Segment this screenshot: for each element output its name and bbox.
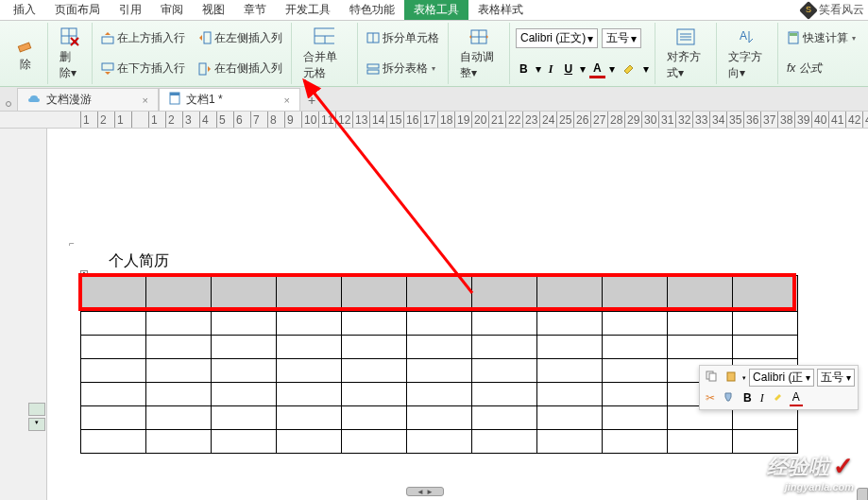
svg-text:A: A — [740, 29, 747, 43]
resume-table[interactable] — [80, 275, 798, 454]
insert-col-left-button[interactable]: 在左侧插入列 — [196, 28, 285, 48]
split-cell-icon — [366, 31, 380, 44]
split-table-button[interactable]: 拆分表格▾ — [364, 59, 442, 78]
merge-cells-button[interactable]: 合并单元格 — [298, 23, 351, 85]
table-row — [81, 312, 798, 336]
insert-right-icon — [198, 62, 212, 76]
menu-developer[interactable]: 开发工具 — [276, 0, 340, 20]
menu-features[interactable]: 特色功能 — [340, 0, 404, 20]
user-badge-icon — [799, 1, 818, 20]
quick-calc-label: 快速计算 — [803, 30, 848, 46]
svg-rect-7 — [204, 32, 211, 43]
text-direction-button[interactable]: A 文字方向▾ — [723, 23, 772, 85]
mini-font-select[interactable]: Calibri (正 ▾ — [749, 369, 814, 387]
insert-below-label: 在下方插入行 — [117, 60, 185, 77]
document-icon — [169, 92, 180, 108]
formula-button[interactable]: fx 公式 — [784, 59, 859, 78]
svg-rect-30 — [709, 373, 716, 381]
bold-button[interactable]: B — [516, 61, 532, 77]
doc-tab-document1[interactable]: 文档1 * × — [159, 88, 300, 111]
eraser-icon — [15, 34, 36, 55]
text-direction-icon: A — [737, 26, 757, 47]
mini-italic-button[interactable]: I — [757, 390, 767, 406]
insert-row-above-button[interactable]: 在上方插入行 — [98, 28, 188, 48]
horizontal-ruler[interactable]: 1211234567891011121314151617181920212223… — [0, 112, 868, 129]
menu-table-style[interactable]: 表格样式 — [468, 0, 533, 20]
table-row — [81, 359, 798, 383]
delete-button[interactable]: 删除▾ — [54, 23, 86, 85]
align-icon — [675, 26, 696, 47]
svg-rect-26 — [790, 33, 797, 36]
insert-row-below-button[interactable]: 在下方插入行 — [98, 59, 188, 78]
table-row — [81, 383, 798, 406]
ribbon-group-split: 拆分单元格 拆分表格▾ — [358, 23, 449, 84]
menu-references[interactable]: 引用 — [110, 0, 151, 20]
menu-page-layout[interactable]: 页面布局 — [45, 0, 110, 20]
tab-close-button[interactable]: × — [284, 95, 290, 106]
delete-label: 删除▾ — [60, 49, 80, 81]
mini-size-select[interactable]: 五号 ▾ — [817, 369, 855, 387]
bottom-resize-handle[interactable]: ◄ ► — [406, 487, 444, 496]
add-tab-button[interactable]: + — [300, 90, 323, 111]
ribbon-group-font: Calibri (正文)▾ 五号▾ B▾ I U▾ A▾ ▾ — [510, 23, 655, 84]
underline-button[interactable]: U — [560, 61, 576, 77]
ribbon: 除 删除▾ 在上方插入行 在左侧插入列 在下方插入行 — [0, 21, 868, 87]
menu-insert[interactable]: 插入 — [4, 0, 45, 20]
user-label: 笑看风云 — [819, 2, 864, 18]
ribbon-group-merge: 合并单元格 — [292, 23, 358, 84]
mini-bold-button[interactable]: B — [740, 390, 755, 405]
document-title[interactable]: 个人简历 — [109, 251, 798, 271]
format-painter-button[interactable] — [721, 390, 738, 406]
side-control-dropdown[interactable]: ▾ — [28, 418, 45, 431]
font-color-button[interactable]: A — [589, 60, 605, 78]
watermark-text: 经验啦 — [767, 453, 829, 481]
watermark-url: jingyanla.com — [785, 481, 854, 492]
font-size-select[interactable]: 五号▾ — [602, 28, 641, 48]
clear-button[interactable]: 除 — [9, 30, 42, 77]
tab-label: 文档漫游 — [46, 92, 92, 108]
cut-button[interactable]: ✂ — [703, 390, 718, 405]
table-row — [81, 276, 798, 312]
ribbon-group-autofit: 自动调整▾ — [449, 23, 510, 84]
svg-rect-8 — [102, 63, 113, 70]
checkmark-icon: ✓ — [833, 452, 854, 481]
quick-calc-button[interactable]: 快速计算▾ — [784, 28, 859, 48]
menu-review[interactable]: 审阅 — [151, 0, 193, 20]
align-button[interactable]: 对齐方式▾ — [661, 23, 710, 85]
left-margin — [0, 129, 47, 500]
autofit-label: 自动调整▾ — [460, 49, 498, 81]
mini-font-color-button[interactable]: A — [790, 389, 803, 406]
font-name-select[interactable]: Calibri (正文)▾ — [516, 28, 598, 48]
autofit-button[interactable]: 自动调整▾ — [454, 23, 503, 85]
align-label: 对齐方式▾ — [667, 49, 705, 81]
split-cell-button[interactable]: 拆分单元格 — [364, 28, 442, 48]
split-cell-label: 拆分单元格 — [383, 30, 439, 46]
menu-view[interactable]: 视图 — [193, 0, 234, 20]
autofit-icon — [468, 26, 489, 47]
copy-button[interactable] — [703, 370, 720, 386]
insert-col-right-button[interactable]: 在右侧插入列 — [196, 59, 285, 78]
clear-label: 除 — [20, 57, 31, 73]
doc-tab-roaming[interactable]: 文档漫游 × — [17, 88, 159, 111]
insert-right-label: 在右侧插入列 — [214, 60, 282, 77]
mini-highlight-button[interactable] — [770, 390, 787, 406]
italic-button[interactable]: I — [545, 61, 557, 78]
tab-close-button[interactable]: × — [143, 95, 148, 106]
delete-table-icon — [60, 26, 80, 47]
paste-button[interactable] — [723, 370, 740, 386]
split-table-icon — [366, 62, 380, 76]
left-side-controls: ▾ — [28, 403, 45, 431]
svg-rect-31 — [727, 372, 735, 381]
menu-sections[interactable]: 章节 — [234, 0, 276, 20]
split-table-label: 拆分表格 — [383, 60, 428, 77]
right-resize-handle[interactable] — [857, 488, 868, 500]
mini-floating-toolbar[interactable]: ▾ Calibri (正 ▾ 五号 ▾ ✂ B I A — [699, 365, 859, 410]
tab-indicator-icon — [6, 101, 11, 107]
insert-above-label: 在上方插入行 — [117, 30, 185, 46]
ribbon-group-calc: 快速计算▾ fx 公式 — [778, 23, 864, 84]
side-control-button[interactable] — [28, 403, 45, 416]
highlight-button[interactable] — [619, 60, 639, 78]
svg-rect-6 — [102, 37, 113, 43]
menu-table-tools[interactable]: 表格工具 — [404, 0, 468, 20]
menu-bar: 插入 页面布局 引用 审阅 视图 章节 开发工具 特色功能 表格工具 表格样式 … — [0, 0, 868, 21]
